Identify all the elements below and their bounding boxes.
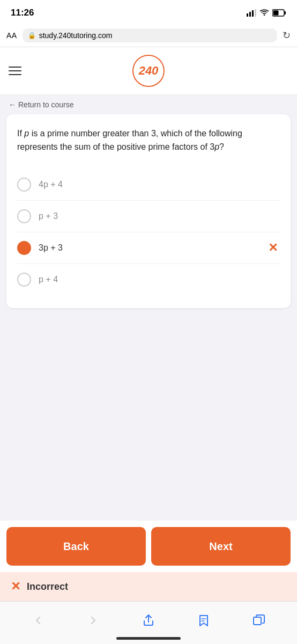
status-bar: 11:26 <box>0 0 297 24</box>
svg-rect-0 <box>247 13 248 17</box>
spacer <box>0 308 297 521</box>
svg-rect-5 <box>285 11 286 14</box>
svg-rect-6 <box>273 11 279 16</box>
status-time: 11:26 <box>11 8 34 18</box>
question-text: If p is a prime number greater than 3, w… <box>17 127 280 154</box>
incorrect-x-icon: ✕ <box>11 580 20 594</box>
browser-url-text: study.240tutoring.com <box>39 31 113 40</box>
answer-option-c[interactable]: 3p + 3 ✕ <box>17 232 280 264</box>
question-card: If p is a prime number greater than 3, w… <box>6 114 291 308</box>
svg-rect-3 <box>255 9 256 17</box>
answer-label-c: 3p + 3 <box>39 243 280 253</box>
browser-bar: AA 🔒 study.240tutoring.com ↻ <box>0 24 297 47</box>
answer-option-a[interactable]: 4p + 4 <box>17 169 280 200</box>
back-button[interactable]: Back <box>6 527 146 566</box>
answer-label-d: p + 4 <box>39 275 280 284</box>
action-buttons: Back Next <box>0 521 297 572</box>
refresh-icon[interactable]: ↻ <box>283 30 291 41</box>
lock-icon: 🔒 <box>28 32 36 39</box>
answer-label-a: 4p + 4 <box>39 180 280 189</box>
answer-label-b: p + 3 <box>39 211 280 221</box>
hamburger-menu[interactable] <box>9 67 21 75</box>
app-header: 240 <box>0 47 297 95</box>
answer-option-d[interactable]: p + 4 <box>17 264 280 295</box>
wifi-icon <box>259 9 269 17</box>
next-button[interactable]: Next <box>151 527 291 566</box>
radio-a[interactable] <box>17 178 31 192</box>
incorrect-text: Incorrect <box>27 581 68 592</box>
browser-aa-label[interactable]: AA <box>6 31 17 40</box>
nav-tabs-button[interactable] <box>247 609 271 632</box>
back-arrow-icon: ← <box>9 100 16 109</box>
bottom-actions: Back Next ✕ Incorrect <box>0 521 297 601</box>
nav-share-button[interactable] <box>137 609 160 632</box>
radio-b[interactable] <box>17 209 31 223</box>
return-to-course-text: Return to course <box>18 100 74 109</box>
answer-options: 4p + 4 p + 3 3p + 3 ✕ p + 4 <box>17 169 280 295</box>
wrong-x-icon: ✕ <box>268 241 278 255</box>
svg-rect-1 <box>249 12 251 17</box>
nav-back-button[interactable] <box>26 609 50 632</box>
incorrect-bar: ✕ Incorrect <box>0 572 297 601</box>
battery-icon <box>272 9 286 17</box>
browser-url-bar[interactable]: 🔒 study.240tutoring.com <box>23 28 277 42</box>
nav-forward-button[interactable] <box>81 609 105 632</box>
status-icons <box>247 9 286 17</box>
svg-rect-2 <box>252 10 254 17</box>
radio-c[interactable] <box>17 241 31 255</box>
return-to-course-bar[interactable]: ← Return to course <box>0 95 297 114</box>
signal-icon <box>247 9 256 17</box>
nav-bookmarks-button[interactable] <box>192 609 216 632</box>
radio-d[interactable] <box>17 273 31 287</box>
home-indicator <box>116 637 181 640</box>
ios-nav <box>0 601 297 644</box>
answer-option-b[interactable]: p + 3 <box>17 200 280 232</box>
svg-rect-7 <box>254 617 261 625</box>
app-logo: 240 <box>132 55 165 87</box>
